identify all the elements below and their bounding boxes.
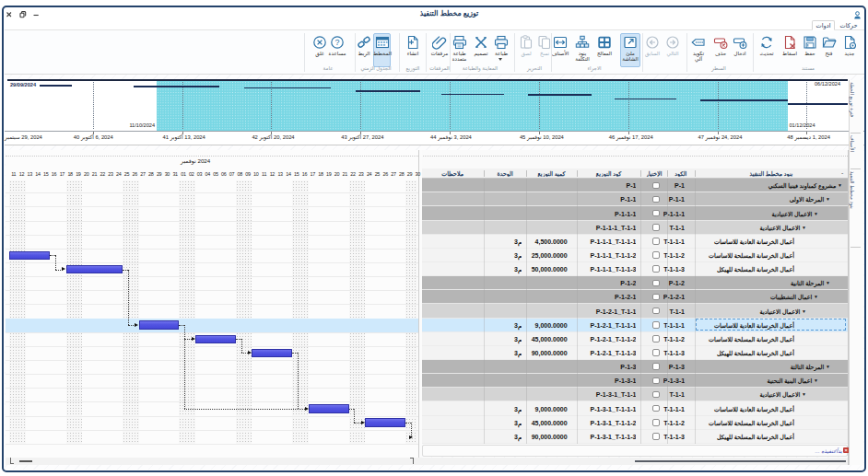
svg-text:?: ?: [334, 38, 339, 47]
